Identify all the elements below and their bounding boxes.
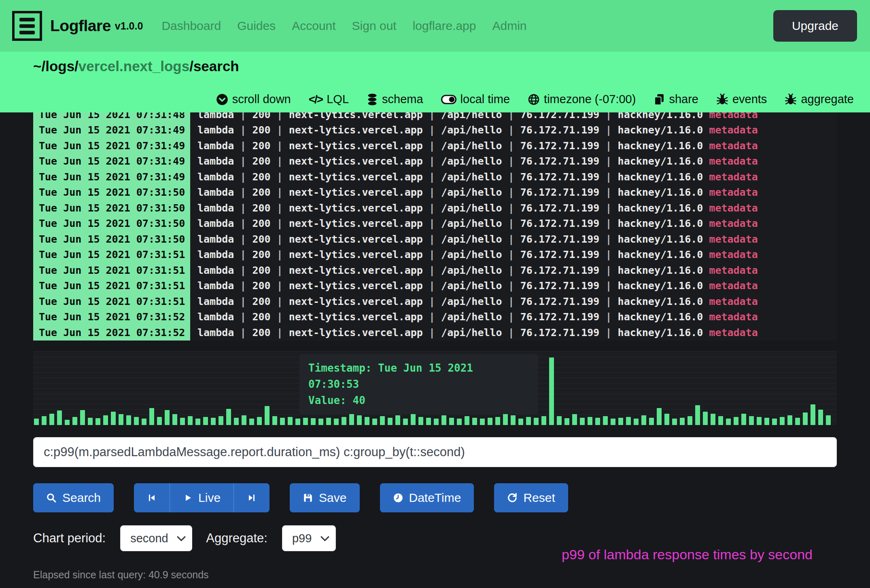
chart-bar[interactable] bbox=[511, 415, 516, 425]
chart-bar[interactable] bbox=[211, 418, 216, 425]
log-row[interactable]: Tue Jun 15 2021 07:31:48lambda | 200 | n… bbox=[33, 112, 837, 123]
chart-bar[interactable] bbox=[80, 410, 85, 425]
chart-bar[interactable] bbox=[434, 419, 439, 425]
chart-bar[interactable] bbox=[195, 419, 200, 425]
chart-bar[interactable] bbox=[811, 404, 815, 425]
chart-bar[interactable] bbox=[172, 414, 177, 425]
metadata-link[interactable]: metadata bbox=[703, 124, 758, 136]
chart-bar[interactable] bbox=[749, 416, 754, 425]
chart-bar[interactable] bbox=[126, 415, 131, 425]
chart-bar[interactable] bbox=[372, 419, 377, 425]
live-button[interactable]: Live bbox=[170, 483, 233, 512]
chart-bar[interactable] bbox=[757, 417, 762, 425]
share-button[interactable]: share bbox=[654, 93, 698, 106]
chart-bar[interactable] bbox=[134, 417, 139, 425]
chart-bar[interactable] bbox=[611, 419, 615, 425]
log-row[interactable]: Tue Jun 15 2021 07:31:49lambda | 200 | n… bbox=[33, 154, 837, 169]
chart-bar[interactable] bbox=[664, 414, 669, 425]
nav-link-account[interactable]: Account bbox=[292, 19, 335, 33]
chart-bar[interactable] bbox=[426, 418, 431, 425]
chart-bar[interactable] bbox=[595, 418, 600, 425]
chart-bar[interactable] bbox=[711, 414, 715, 425]
log-row[interactable]: Tue Jun 15 2021 07:31:50lambda | 200 | n… bbox=[33, 231, 837, 247]
chart-bar[interactable] bbox=[449, 418, 454, 425]
nav-link-logflare-app[interactable]: logflare.app bbox=[413, 19, 476, 33]
chart-bar[interactable] bbox=[557, 416, 562, 425]
lql-button[interactable]: </> LQL bbox=[309, 93, 349, 106]
save-button[interactable]: Save bbox=[290, 483, 359, 512]
metadata-link[interactable]: metadata bbox=[703, 233, 758, 245]
metadata-link[interactable]: metadata bbox=[703, 171, 758, 183]
chart-bar[interactable] bbox=[649, 418, 654, 425]
chart-bar[interactable] bbox=[795, 418, 800, 425]
nav-link-dashboard[interactable]: Dashboard bbox=[161, 19, 221, 33]
chart-bar[interactable] bbox=[395, 415, 400, 425]
datetime-button[interactable]: DateTime bbox=[380, 483, 474, 512]
chart-bar[interactable] bbox=[249, 419, 254, 425]
chart-bar[interactable] bbox=[780, 417, 785, 425]
chart-bar[interactable] bbox=[634, 419, 639, 425]
metadata-link[interactable]: metadata bbox=[703, 327, 758, 338]
log-row[interactable]: Tue Jun 15 2021 07:31:49lambda | 200 | n… bbox=[33, 169, 837, 185]
log-row[interactable]: Tue Jun 15 2021 07:31:51lambda | 200 | n… bbox=[33, 294, 837, 309]
search-button[interactable]: Search bbox=[33, 483, 114, 512]
chart-bar[interactable] bbox=[403, 419, 408, 425]
chart-bar[interactable] bbox=[272, 416, 277, 425]
scroll-down-button[interactable]: scroll down bbox=[216, 93, 291, 106]
chart-bar[interactable] bbox=[88, 418, 93, 425]
chart-bar[interactable] bbox=[95, 418, 100, 425]
chart-bar[interactable] bbox=[365, 417, 369, 425]
chart-bar[interactable] bbox=[357, 415, 362, 425]
chart-bar[interactable] bbox=[311, 418, 316, 425]
chart-bar[interactable] bbox=[495, 417, 500, 425]
step-forward-button[interactable] bbox=[233, 483, 269, 512]
chart-bar[interactable] bbox=[718, 416, 723, 425]
step-backward-button[interactable] bbox=[134, 483, 170, 512]
chart-bar[interactable] bbox=[280, 418, 285, 425]
chart-bar[interactable] bbox=[465, 416, 469, 425]
chart-bar[interactable] bbox=[703, 412, 708, 425]
metadata-link[interactable]: metadata bbox=[703, 186, 758, 198]
schema-button[interactable]: schema bbox=[367, 93, 423, 106]
chart-bar[interactable] bbox=[688, 416, 692, 425]
chart-bar[interactable] bbox=[588, 417, 592, 425]
chart-bar[interactable] bbox=[103, 415, 108, 425]
chart-bar[interactable] bbox=[457, 419, 462, 425]
chart-bar[interactable] bbox=[180, 418, 185, 425]
chart-bar[interactable] bbox=[188, 416, 193, 425]
chart-bar[interactable] bbox=[695, 405, 700, 425]
chart-bar[interactable] bbox=[295, 419, 300, 425]
chart-bar[interactable] bbox=[119, 414, 123, 425]
chart-bar[interactable] bbox=[326, 418, 331, 425]
chart-bar[interactable] bbox=[219, 416, 223, 425]
chart-bar[interactable] bbox=[549, 357, 554, 425]
metadata-link[interactable]: metadata bbox=[703, 155, 758, 167]
chart-bar[interactable] bbox=[657, 408, 662, 425]
chart-bar[interactable] bbox=[234, 418, 239, 425]
metadata-link[interactable]: metadata bbox=[703, 249, 758, 260]
chart-bar[interactable] bbox=[672, 419, 677, 425]
chart-bar[interactable] bbox=[72, 417, 77, 425]
log-row[interactable]: Tue Jun 15 2021 07:31:49lambda | 200 | n… bbox=[33, 123, 837, 138]
metadata-link[interactable]: metadata bbox=[703, 296, 758, 307]
chart-bar[interactable] bbox=[526, 417, 531, 425]
chart-bar[interactable] bbox=[149, 408, 154, 425]
chart-bar[interactable] bbox=[165, 410, 170, 425]
logflare-logo-icon[interactable] bbox=[12, 11, 42, 41]
chart-bar[interactable] bbox=[34, 419, 39, 425]
chart-bar[interactable] bbox=[380, 416, 385, 425]
chart-bar[interactable] bbox=[641, 415, 646, 425]
chart-bar[interactable] bbox=[226, 409, 231, 425]
timezone-button[interactable]: timezone (-07:00) bbox=[528, 93, 636, 106]
log-row[interactable]: Tue Jun 15 2021 07:31:51lambda | 200 | n… bbox=[33, 247, 837, 263]
chart-bar[interactable] bbox=[726, 419, 731, 425]
log-row[interactable]: Tue Jun 15 2021 07:31:50lambda | 200 | n… bbox=[33, 185, 837, 201]
chart-bar[interactable] bbox=[65, 420, 70, 425]
chart-bar[interactable] bbox=[334, 419, 339, 425]
chart-bar[interactable] bbox=[265, 406, 269, 425]
chart-bar[interactable] bbox=[826, 415, 831, 425]
chart-bar[interactable] bbox=[541, 416, 546, 425]
chart-bar[interactable] bbox=[57, 410, 62, 425]
chart-bar[interactable] bbox=[818, 410, 823, 425]
chart-bar[interactable] bbox=[741, 414, 746, 425]
